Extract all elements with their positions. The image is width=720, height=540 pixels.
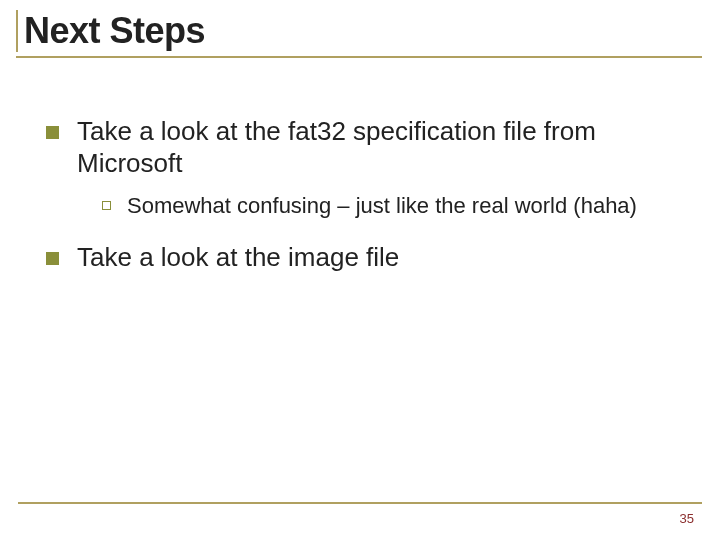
slide-body: Take a look at the fat32 specification f… bbox=[18, 58, 702, 274]
slide: Next Steps Take a look at the fat32 spec… bbox=[0, 0, 720, 540]
bullet-text: Take a look at the fat32 specification f… bbox=[77, 116, 682, 179]
bullet-item: Take a look at the image file bbox=[46, 242, 682, 274]
sub-bullet-item: Somewhat confusing – just like the real … bbox=[102, 193, 682, 220]
bullet-text: Take a look at the image file bbox=[77, 242, 399, 274]
footer-rule bbox=[18, 502, 702, 504]
square-bullet-icon bbox=[46, 252, 59, 265]
square-bullet-icon bbox=[46, 126, 59, 139]
page-number: 35 bbox=[680, 511, 694, 526]
bullet-item: Take a look at the fat32 specification f… bbox=[46, 116, 682, 179]
slide-title: Next Steps bbox=[24, 10, 702, 52]
hollow-square-bullet-icon bbox=[102, 201, 111, 210]
title-accent: Next Steps bbox=[16, 10, 702, 52]
sub-bullet-text: Somewhat confusing – just like the real … bbox=[127, 193, 637, 220]
title-rule: Next Steps bbox=[16, 10, 702, 58]
